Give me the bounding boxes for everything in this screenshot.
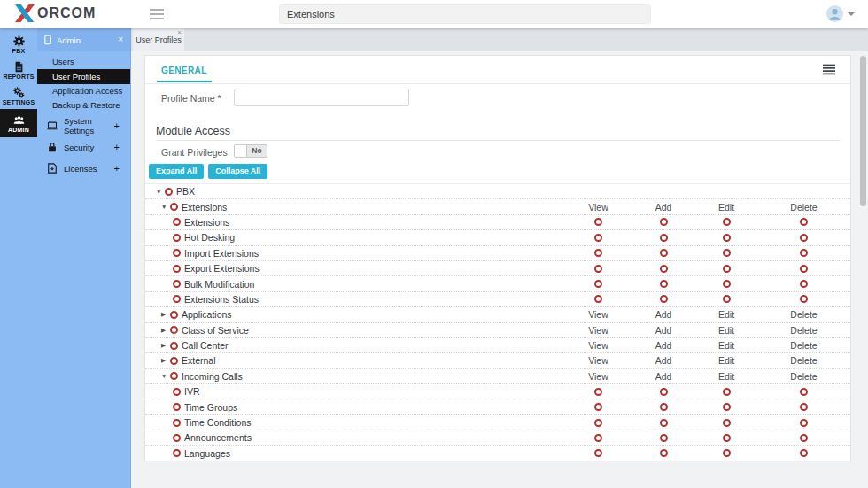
module-radio-icon[interactable] (170, 357, 178, 365)
sidebar-item-settings[interactable]: SETTINGS (0, 83, 37, 109)
module-radio-icon[interactable] (170, 326, 178, 334)
perm-radio-icon[interactable] (594, 249, 602, 257)
expand-arrow-icon[interactable]: ▶ (161, 327, 170, 334)
menu-icon[interactable] (149, 8, 165, 20)
perm-radio-icon[interactable] (594, 449, 602, 457)
tab-close-icon[interactable]: × (177, 29, 182, 36)
module-radio-icon[interactable] (170, 342, 178, 350)
perm-radio-icon[interactable] (594, 388, 602, 396)
module-radio-icon[interactable] (173, 295, 181, 303)
sidebar-item-licenses[interactable]: Licenses + (37, 160, 130, 176)
module-radio-icon[interactable] (170, 203, 178, 211)
module-radio-icon[interactable] (173, 265, 181, 273)
sidebar-item-system-settings[interactable]: System Settings + (37, 118, 130, 134)
perm-radio-icon[interactable] (800, 218, 808, 226)
perm-radio-icon[interactable] (723, 249, 731, 257)
perm-radio-icon[interactable] (800, 249, 808, 257)
perm-radio-icon[interactable] (723, 419, 731, 427)
avatar[interactable] (826, 5, 843, 22)
perm-radio-icon[interactable] (594, 234, 602, 242)
module-radio-icon[interactable] (170, 311, 178, 319)
scrollbar-thumb[interactable] (860, 56, 866, 206)
perm-radio-icon[interactable] (800, 434, 808, 442)
perm-radio-icon[interactable] (594, 265, 602, 273)
expand-arrow-icon[interactable]: ▶ (161, 342, 170, 349)
module-radio-icon[interactable] (173, 218, 181, 226)
perm-radio-icon[interactable] (594, 403, 602, 411)
module-radio-icon[interactable] (173, 249, 181, 257)
perm-radio-icon[interactable] (800, 419, 808, 427)
perm-radio-icon[interactable] (800, 449, 808, 457)
perm-radio-icon[interactable] (660, 403, 668, 411)
perm-radio-icon[interactable] (800, 265, 808, 273)
perm-radio-icon[interactable] (660, 234, 668, 242)
perm-radio-icon[interactable] (800, 295, 808, 303)
perm-radio-icon[interactable] (723, 218, 731, 226)
perm-radio-icon[interactable] (723, 388, 731, 396)
perm-radio-icon[interactable] (660, 388, 668, 396)
module-radio-icon[interactable] (173, 449, 181, 457)
perm-radio-icon[interactable] (723, 295, 731, 303)
close-icon[interactable]: × (118, 35, 123, 44)
perm-radio-icon[interactable] (723, 265, 731, 273)
module-radio-icon[interactable] (173, 234, 181, 242)
perm-radio-icon[interactable] (660, 280, 668, 288)
module-radio-icon[interactable] (173, 419, 181, 427)
perm-radio-icon[interactable] (660, 449, 668, 457)
perm-radio-icon[interactable] (660, 265, 668, 273)
perm-cell-edit (695, 265, 757, 273)
perm-radio-icon[interactable] (723, 234, 731, 242)
sidebar-item-pbx[interactable]: PBX (0, 32, 37, 58)
grant-privileges-toggle[interactable]: No (234, 144, 267, 158)
perm-radio-icon[interactable] (660, 249, 668, 257)
perm-radio-icon[interactable] (594, 434, 602, 442)
module-label: Call Center (182, 340, 229, 351)
perm-radio-icon[interactable] (660, 295, 668, 303)
perm-radio-icon[interactable] (800, 280, 808, 288)
plus-icon[interactable]: + (114, 163, 120, 174)
search-input[interactable] (279, 4, 651, 24)
sidebar-item-reports[interactable]: REPORTS (0, 58, 37, 83)
sidebar-item-user-profiles[interactable]: User Profiles (37, 69, 130, 84)
perm-radio-icon[interactable] (660, 419, 668, 427)
perm-radio-icon[interactable] (723, 434, 731, 442)
module-radio-icon[interactable] (170, 372, 178, 380)
sidebar-item-security[interactable]: Security + (37, 139, 130, 155)
list-view-icon[interactable] (822, 64, 838, 78)
sidebar-item-users[interactable]: Users (37, 55, 130, 69)
module-label: Incoming Calls (182, 371, 243, 382)
chevron-down-icon[interactable] (848, 12, 855, 16)
perm-radio-icon[interactable] (660, 218, 668, 226)
perm-radio-icon[interactable] (800, 388, 808, 396)
perm-radio-icon[interactable] (594, 218, 602, 226)
module-radio-icon[interactable] (165, 188, 173, 196)
perm-radio-icon[interactable] (594, 419, 602, 427)
perm-radio-icon[interactable] (594, 280, 602, 288)
module-radio-icon[interactable] (173, 388, 181, 396)
plus-icon[interactable]: + (114, 142, 120, 152)
plus-icon[interactable]: + (114, 120, 120, 131)
perm-radio-icon[interactable] (594, 295, 602, 303)
module-radio-icon[interactable] (173, 280, 181, 288)
tab-user-profiles[interactable]: User Profiles × (133, 28, 184, 51)
profile-name-input[interactable] (234, 89, 409, 106)
collapse-all-button[interactable]: Collapse All (208, 164, 267, 179)
sidebar-item-backup-restore[interactable]: Backup & Restore (37, 98, 130, 112)
perm-radio-icon[interactable] (800, 234, 808, 242)
perm-radio-icon[interactable] (800, 403, 808, 411)
perm-radio-icon[interactable] (660, 434, 668, 442)
perm-radio-icon[interactable] (723, 280, 731, 288)
expand-arrow-icon[interactable]: ▶ (161, 357, 170, 364)
tab-general[interactable]: GENERAL (161, 66, 207, 75)
module-radio-icon[interactable] (173, 434, 181, 442)
expand-all-button[interactable]: Expand All (149, 164, 204, 179)
module-radio-icon[interactable] (173, 403, 181, 411)
perm-radio-icon[interactable] (723, 403, 731, 411)
sidebar-item-admin[interactable]: ADMIN (0, 109, 37, 137)
collapse-arrow-icon[interactable]: ▼ (161, 373, 170, 379)
perm-radio-icon[interactable] (723, 449, 731, 457)
collapse-arrow-icon[interactable]: ▼ (156, 189, 165, 195)
sidebar-item-application-access[interactable]: Application Access (37, 84, 130, 98)
collapse-arrow-icon[interactable]: ▼ (161, 204, 170, 210)
expand-arrow-icon[interactable]: ▶ (161, 311, 170, 318)
